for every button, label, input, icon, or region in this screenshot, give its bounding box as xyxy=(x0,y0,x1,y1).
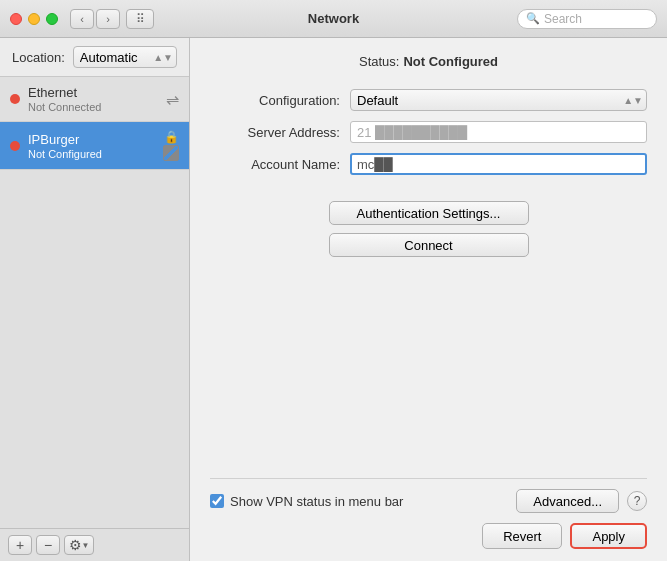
vpn-status-checkbox-row: Show VPN status in menu bar xyxy=(210,494,516,509)
center-buttons: Authentication Settings... Connect xyxy=(210,201,647,257)
back-button[interactable]: ‹ xyxy=(70,9,94,29)
help-button[interactable]: ? xyxy=(627,491,647,511)
grid-button[interactable]: ⠿ xyxy=(126,9,154,29)
show-vpn-checkbox[interactable] xyxy=(210,494,224,508)
traffic-lights xyxy=(10,13,58,25)
ipburger-icons: 🔒 xyxy=(163,130,179,161)
network-item-ipburger[interactable]: IPBurger Not Configured 🔒 xyxy=(0,122,189,170)
ipburger-name: IPBurger xyxy=(28,132,159,147)
advanced-button[interactable]: Advanced... xyxy=(516,489,619,513)
network-item-ethernet[interactable]: Ethernet Not Connected ⇌ xyxy=(0,77,189,122)
window-title: Network xyxy=(308,11,359,26)
search-icon: 🔍 xyxy=(526,12,540,25)
close-button[interactable] xyxy=(10,13,22,25)
action-bar: Revert Apply xyxy=(210,513,647,549)
account-name-input[interactable] xyxy=(350,153,647,175)
status-row: Status: Not Configured xyxy=(210,54,647,69)
apply-button[interactable]: Apply xyxy=(570,523,647,549)
help-icon: ? xyxy=(634,494,641,508)
gear-menu-button[interactable]: ⚙ ▼ xyxy=(64,535,94,555)
bottom-right: Advanced... ? xyxy=(516,489,647,513)
location-select[interactable]: Automatic New Location xyxy=(73,46,177,68)
minimize-button[interactable] xyxy=(28,13,40,25)
account-name-control xyxy=(350,153,647,175)
gear-arrow: ▼ xyxy=(82,541,90,550)
location-wrapper: Automatic New Location ▲▼ xyxy=(73,46,177,68)
maximize-button[interactable] xyxy=(46,13,58,25)
main-content: Location: Automatic New Location ▲▼ Ethe… xyxy=(0,38,667,561)
show-vpn-label: Show VPN status in menu bar xyxy=(230,494,403,509)
location-bar: Location: Automatic New Location ▲▼ xyxy=(0,38,189,77)
search-placeholder: Search xyxy=(544,12,582,26)
network-list: Ethernet Not Connected ⇌ IPBurger Not Co… xyxy=(0,77,189,528)
sidebar: Location: Automatic New Location ▲▼ Ethe… xyxy=(0,38,190,561)
add-network-button[interactable]: + xyxy=(8,535,32,555)
plus-icon: + xyxy=(16,537,24,553)
connect-button[interactable]: Connect xyxy=(329,233,529,257)
ethernet-info: Ethernet Not Connected xyxy=(28,85,162,113)
server-address-control xyxy=(350,121,647,143)
account-name-row: Account Name: xyxy=(210,153,647,175)
location-label: Location: xyxy=(12,50,65,65)
forward-button[interactable]: › xyxy=(96,9,120,29)
account-name-label: Account Name: xyxy=(210,157,350,172)
configuration-row: Configuration: Default ▲▼ xyxy=(210,89,647,111)
titlebar: ‹ › ⠿ Network 🔍 Search xyxy=(0,0,667,38)
remove-network-button[interactable]: − xyxy=(36,535,60,555)
ipburger-status: Not Configured xyxy=(28,148,159,160)
sidebar-bottom: + − ⚙ ▼ xyxy=(0,528,189,561)
ethernet-arrows-icon: ⇌ xyxy=(166,90,179,109)
nav-buttons: ‹ › xyxy=(70,9,120,29)
configuration-select[interactable]: Default xyxy=(350,89,647,111)
lock-icon: 🔒 xyxy=(164,130,179,144)
ethernet-name: Ethernet xyxy=(28,85,162,100)
ethernet-status: Not Connected xyxy=(28,101,162,113)
search-box[interactable]: 🔍 Search xyxy=(517,9,657,29)
server-address-input[interactable] xyxy=(350,121,647,143)
status-value: Not Configured xyxy=(403,54,498,69)
server-address-label: Server Address: xyxy=(210,125,350,140)
ipburger-info: IPBurger Not Configured xyxy=(28,132,159,160)
gear-icon: ⚙ xyxy=(69,537,82,553)
bottom-bar: Show VPN status in menu bar Advanced... … xyxy=(210,478,647,513)
configuration-control: Default ▲▼ xyxy=(350,89,647,111)
detail-panel: Status: Not Configured Configuration: De… xyxy=(190,38,667,561)
ipburger-status-dot xyxy=(10,141,20,151)
grid-icon: ⠿ xyxy=(136,12,145,26)
ethernet-status-dot xyxy=(10,94,20,104)
authentication-settings-button[interactable]: Authentication Settings... xyxy=(329,201,529,225)
configuration-label: Configuration: xyxy=(210,93,350,108)
configuration-select-wrapper: Default ▲▼ xyxy=(350,89,647,111)
server-address-row: Server Address: xyxy=(210,121,647,143)
status-label: Status: xyxy=(359,54,399,69)
vpn-slash-icon xyxy=(163,145,179,161)
revert-button[interactable]: Revert xyxy=(482,523,562,549)
minus-icon: − xyxy=(44,537,52,553)
